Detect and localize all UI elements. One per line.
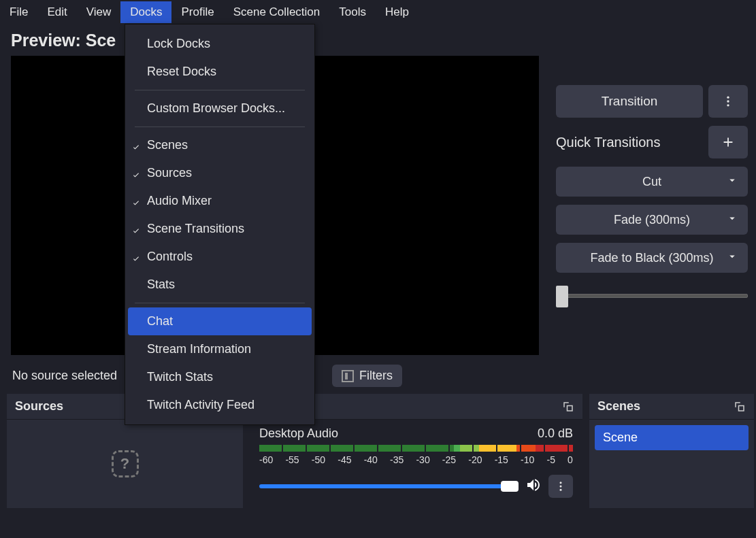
help-placeholder-icon: ? [112, 450, 139, 477]
speaker-icon[interactable] [525, 477, 542, 496]
filters-button[interactable]: Filters [332, 365, 402, 387]
scale-tick: -15 [495, 454, 508, 465]
filters-icon [342, 370, 354, 382]
scale-tick: -30 [416, 454, 429, 465]
mixer-channel-level: 0.0 dB [538, 426, 573, 441]
docks-menu-item[interactable]: Audio Mixer [125, 187, 314, 215]
mixer-options-button[interactable] [548, 475, 573, 498]
svg-point-1 [560, 486, 562, 488]
check-icon [132, 224, 142, 233]
menu-docks[interactable]: Docks [120, 1, 171, 23]
chevron-down-icon [726, 174, 738, 190]
quick-transition-cut[interactable]: Cut [556, 167, 748, 197]
sources-body[interactable]: ? [7, 420, 243, 508]
volume-slider[interactable] [259, 484, 519, 488]
docks-menu-item[interactable]: Chat [128, 307, 312, 335]
menu-separator [135, 303, 305, 303]
popout-icon[interactable] [562, 401, 574, 413]
chevron-down-icon [726, 250, 738, 266]
scale-tick: -55 [285, 454, 299, 465]
slider-thumb[interactable] [556, 286, 568, 307]
mixer-volume-row [259, 475, 573, 498]
transition-duration-slider[interactable] [556, 285, 748, 307]
menu-item-label: Audio Mixer [147, 194, 212, 207]
menu-item-label: Stats [147, 278, 175, 291]
scale-tick: -60 [259, 454, 273, 465]
scale-tick: -10 [521, 454, 534, 465]
transitions-panel: Transition Quick Transitions Cut Fade (3… [556, 85, 748, 307]
menu-item-label: Controls [147, 250, 193, 263]
menu-separator [135, 127, 305, 127]
audio-meter [259, 445, 573, 452]
docks-menu-item[interactable]: Controls [125, 243, 314, 271]
docks-menu-item[interactable]: Custom Browser Docks... [125, 95, 314, 122]
chevron-down-icon [726, 212, 738, 228]
svg-point-0 [560, 482, 562, 484]
scale-tick: -20 [468, 454, 482, 465]
scenes-dock: Scenes Scene [589, 394, 754, 508]
check-icon [132, 140, 142, 150]
volume-slider-thumb[interactable] [501, 481, 519, 492]
transition-options-button[interactable] [708, 85, 748, 118]
menu-item-label: Stream Information [147, 342, 251, 356]
menu-file[interactable]: File [0, 1, 37, 23]
menu-item-label: Custom Browser Docks... [147, 101, 285, 115]
add-quick-transition-button[interactable] [708, 126, 748, 158]
docks-menu-item[interactable]: Stats [125, 271, 314, 299]
scenes-title: Scenes [597, 399, 640, 414]
docks-menu-item[interactable]: Scene Transitions [125, 215, 314, 243]
docks-menu-item[interactable]: Lock Docks [125, 30, 314, 58]
no-source-text: No source selected [7, 365, 122, 387]
popout-icon[interactable] [734, 401, 746, 413]
docks-menu-item[interactable]: Sources [125, 159, 314, 187]
check-icon [132, 168, 142, 178]
menu-item-label: Twitch Activity Feed [147, 398, 254, 411]
menu-view[interactable]: View [77, 1, 121, 23]
menu-item-label: Scenes [147, 138, 188, 152]
menubar: File Edit View Docks Profile Scene Colle… [0, 0, 756, 24]
quick-transitions-label: Quick Transitions [556, 135, 660, 150]
scale-tick: -50 [312, 454, 325, 465]
quick-transition-fade[interactable]: Fade (300ms) [556, 205, 748, 235]
docks-menu-item[interactable]: Scenes [125, 131, 314, 159]
sources-title: Sources [15, 399, 63, 414]
quick-transition-fade-black[interactable]: Fade to Black (300ms) [556, 243, 748, 273]
menu-item-label: Scene Transitions [147, 222, 244, 235]
scene-item[interactable]: Scene [595, 425, 749, 450]
scale-tick: -40 [364, 454, 378, 465]
quick-transition-label: Fade (300ms) [614, 213, 690, 227]
mixer-channel-name: Desktop Audio [259, 426, 338, 441]
menu-item-label: Lock Docks [147, 37, 210, 50]
menu-edit[interactable]: Edit [37, 1, 76, 23]
svg-point-4 [727, 100, 729, 102]
scale-tick: -5 [546, 454, 555, 465]
docks-dropdown: Lock DocksReset DocksCustom Browser Dock… [125, 24, 315, 425]
preview-label: Preview: Sce [0, 24, 756, 56]
menu-item-label: Chat [147, 314, 173, 328]
svg-point-5 [727, 104, 729, 106]
scale-tick: -45 [338, 454, 351, 465]
mixer-body: Desktop Audio 0.0 dB -60 -55 -50 -45 -40… [250, 420, 582, 498]
menu-help[interactable]: Help [376, 1, 418, 23]
menu-item-label: Sources [147, 166, 192, 180]
source-status-bar: No source selected Filters [7, 365, 745, 387]
check-icon [132, 196, 142, 205]
check-icon [132, 252, 142, 261]
scenes-body: Scene [589, 420, 754, 456]
menu-item-label: Twitch Stats [147, 370, 213, 384]
menu-profile[interactable]: Profile [171, 1, 223, 23]
scale-tick: -35 [390, 454, 404, 465]
menu-scene-collection[interactable]: Scene Collection [224, 1, 330, 23]
svg-point-3 [727, 97, 729, 99]
quick-transition-label: Cut [642, 175, 661, 189]
transition-button[interactable]: Transition [556, 85, 703, 118]
menu-item-label: Reset Docks [147, 65, 216, 78]
docks-menu-item[interactable]: Twitch Activity Feed [125, 391, 314, 419]
docks-menu-item[interactable]: Stream Information [125, 335, 314, 363]
menu-separator [135, 90, 305, 90]
scenes-dock-header: Scenes [589, 394, 754, 420]
docks-row: Sources ? ixer Desktop Audio 0.0 dB -60 … [0, 394, 756, 508]
menu-tools[interactable]: Tools [329, 1, 376, 23]
docks-menu-item[interactable]: Reset Docks [125, 58, 314, 86]
docks-menu-item[interactable]: Twitch Stats [125, 363, 314, 391]
